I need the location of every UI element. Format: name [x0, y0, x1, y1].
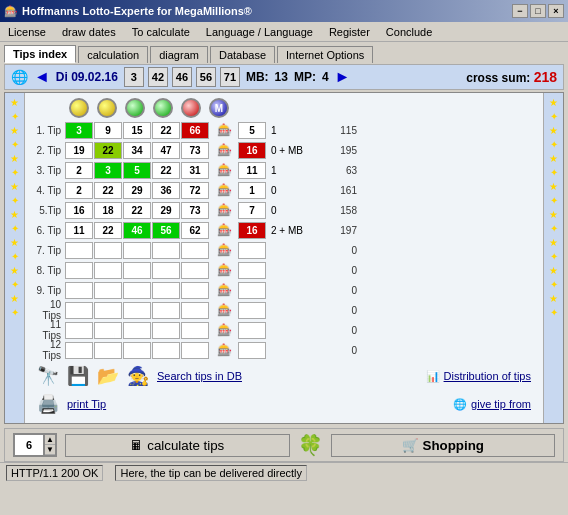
tip-number-cell[interactable]: 5	[123, 162, 151, 179]
tip-number-cell[interactable]	[94, 282, 122, 299]
tip-number-cell[interactable]: 31	[181, 162, 209, 179]
tip-number-cell[interactable]	[123, 342, 151, 359]
spinner-arrows[interactable]: ▲ ▼	[44, 434, 56, 456]
menu-calculate[interactable]: To calculate	[128, 24, 194, 40]
tip-number-cell[interactable]: 36	[152, 182, 180, 199]
menu-license[interactable]: License	[4, 24, 50, 40]
tip-number-cell[interactable]	[152, 242, 180, 259]
tip-number-cell[interactable]	[65, 342, 93, 359]
tip-number-cell[interactable]	[152, 302, 180, 319]
tip-number-cell[interactable]	[181, 242, 209, 259]
tip-mb-cell[interactable]: 5	[238, 122, 266, 139]
tip-number-cell[interactable]: 47	[152, 142, 180, 159]
shopping-button[interactable]: 🛒 Shopping	[331, 434, 556, 457]
tip-number-cell[interactable]: 73	[181, 142, 209, 159]
tip-number-cell[interactable]: 62	[181, 222, 209, 239]
col-header-1	[65, 97, 93, 119]
tip-number-cell[interactable]	[123, 302, 151, 319]
tip-number-cell[interactable]: 18	[94, 202, 122, 219]
tip-mb-cell[interactable]	[238, 302, 266, 319]
tip-number-cell[interactable]: 29	[123, 182, 151, 199]
tip-number-cell[interactable]: 34	[123, 142, 151, 159]
tip-number-cell[interactable]: 22	[94, 142, 122, 159]
menu-conclude[interactable]: Conclude	[382, 24, 436, 40]
tip-number-cell[interactable]	[123, 262, 151, 279]
tip-mb-cell[interactable]	[238, 262, 266, 279]
tip-number-cell[interactable]	[181, 322, 209, 339]
spinner-value[interactable]: 6	[14, 434, 44, 456]
tip-number-cell[interactable]	[94, 242, 122, 259]
tip-number-cell[interactable]: 72	[181, 182, 209, 199]
tip-mb-cell[interactable]: 7	[238, 202, 266, 219]
tip-number-cell[interactable]: 19	[65, 142, 93, 159]
tip-mb-cell[interactable]	[238, 322, 266, 339]
tip-number-cell[interactable]: 2	[65, 162, 93, 179]
tab-calculation[interactable]: calculation	[78, 46, 148, 63]
minimize-button[interactable]: −	[512, 4, 528, 18]
tip-number-cell[interactable]: 22	[152, 122, 180, 139]
give-tip-link[interactable]: give tip from	[471, 398, 531, 410]
tab-database[interactable]: Database	[210, 46, 275, 63]
tab-diagram[interactable]: diagram	[150, 46, 208, 63]
tab-tips-index[interactable]: Tips index	[4, 45, 76, 63]
tip-number-cell[interactable]: 22	[123, 202, 151, 219]
tip-number-cell[interactable]	[152, 322, 180, 339]
tip-number-cell[interactable]	[94, 302, 122, 319]
tip-number-cell[interactable]	[181, 302, 209, 319]
tip-mb-cell[interactable]: 16	[238, 142, 266, 159]
tip-number-cell[interactable]	[65, 302, 93, 319]
tip-number-cell[interactable]: 15	[123, 122, 151, 139]
menu-draw-dates[interactable]: draw dates	[58, 24, 120, 40]
tip-number-cell[interactable]: 3	[94, 162, 122, 179]
print-tip-link[interactable]: print Tip	[67, 398, 106, 410]
maximize-button[interactable]: □	[530, 4, 546, 18]
next-arrow[interactable]: ►	[335, 68, 351, 86]
tip-number-cell[interactable]: 73	[181, 202, 209, 219]
tip-mb-cell[interactable]: 1	[238, 182, 266, 199]
tip-number-cell[interactable]: 56	[152, 222, 180, 239]
tip-mb-cell[interactable]: 11	[238, 162, 266, 179]
tip-number-cell[interactable]	[181, 342, 209, 359]
menu-register[interactable]: Register	[325, 24, 374, 40]
tip-number-cell[interactable]: 22	[94, 222, 122, 239]
tip-number-cell[interactable]	[65, 322, 93, 339]
tip-number-cell[interactable]	[65, 282, 93, 299]
tip-number-cell[interactable]	[94, 342, 122, 359]
tab-internet-options[interactable]: Internet Options	[277, 46, 373, 63]
spinner-up[interactable]: ▲	[45, 435, 55, 445]
tip-number-cell[interactable]	[181, 262, 209, 279]
tip-number-cell[interactable]: 66	[181, 122, 209, 139]
distribution-link[interactable]: Distribution of tips	[444, 370, 531, 382]
close-button[interactable]: ×	[548, 4, 564, 18]
tip-number-cell[interactable]: 11	[65, 222, 93, 239]
tip-number-cell[interactable]: 46	[123, 222, 151, 239]
ball-2-icon	[97, 98, 117, 118]
spinner-down[interactable]: ▼	[45, 445, 55, 455]
tip-number-cell[interactable]	[94, 322, 122, 339]
tip-number-cell[interactable]	[152, 342, 180, 359]
tip-mb-cell[interactable]: 16	[238, 222, 266, 239]
tip-mb-cell[interactable]	[238, 242, 266, 259]
tip-number-cell[interactable]	[65, 262, 93, 279]
menu-language[interactable]: Language / Language	[202, 24, 317, 40]
tip-number-cell[interactable]: 2	[65, 182, 93, 199]
tip-number-cell[interactable]	[123, 282, 151, 299]
tip-number-cell[interactable]: 3	[65, 122, 93, 139]
tip-number-cell[interactable]: 9	[94, 122, 122, 139]
tip-number-cell[interactable]: 29	[152, 202, 180, 219]
tip-number-cell[interactable]	[123, 322, 151, 339]
tip-number-cell[interactable]: 16	[65, 202, 93, 219]
tip-mb-cell[interactable]	[238, 282, 266, 299]
calculate-button[interactable]: 🖩 calculate tips	[65, 434, 290, 457]
tip-number-cell[interactable]: 22	[152, 162, 180, 179]
tip-number-cell[interactable]	[94, 262, 122, 279]
prev-arrow[interactable]: ◄	[34, 68, 50, 86]
tip-number-cell[interactable]	[65, 242, 93, 259]
tip-number-cell[interactable]	[123, 242, 151, 259]
tip-mb-cell[interactable]	[238, 342, 266, 359]
tip-number-cell[interactable]	[152, 262, 180, 279]
tip-number-cell[interactable]: 22	[94, 182, 122, 199]
search-tips-link[interactable]: Search tips in DB	[157, 370, 242, 382]
tip-number-cell[interactable]	[152, 282, 180, 299]
tip-number-cell[interactable]	[181, 282, 209, 299]
